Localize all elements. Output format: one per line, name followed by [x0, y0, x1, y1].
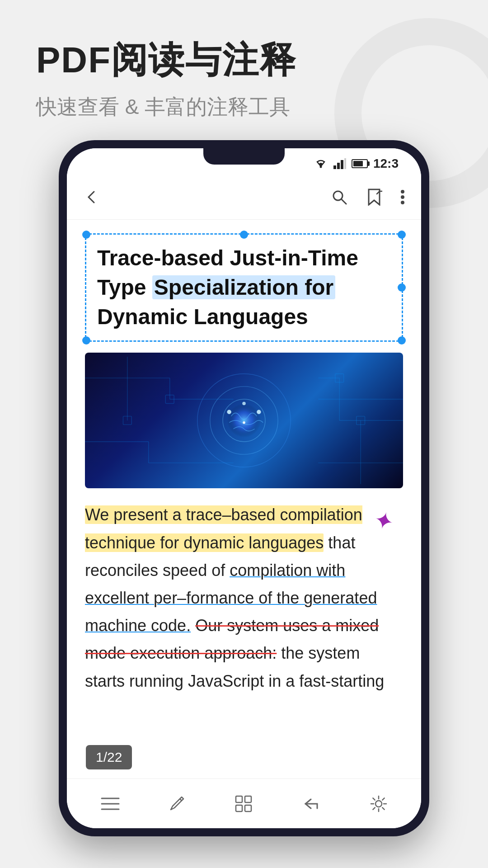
- handle-top-left[interactable]: [82, 231, 90, 239]
- main-title: PDF阅读与注释: [36, 36, 296, 85]
- wifi-icon: [314, 158, 328, 169]
- svg-point-36: [243, 421, 245, 424]
- header-section: PDF阅读与注释 快速查看 & 丰富的注释工具: [36, 36, 296, 121]
- svg-point-9: [401, 190, 404, 193]
- svg-line-40: [180, 799, 182, 801]
- svg-line-6: [342, 199, 346, 204]
- sub-title: 快速查看 & 丰富的注释工具: [36, 93, 296, 121]
- tech-image: [85, 353, 403, 488]
- more-button[interactable]: [400, 189, 405, 209]
- svg-point-10: [401, 195, 404, 199]
- svg-point-45: [375, 801, 382, 807]
- svg-point-32: [227, 404, 261, 438]
- phone-frame: 12:3: [59, 140, 429, 836]
- text-highlight-1: We present a trace–based compilation tec…: [85, 505, 362, 552]
- phone-screen: 12:3: [67, 148, 421, 828]
- nav-back[interactable]: [302, 796, 321, 812]
- svg-point-11: [401, 201, 404, 204]
- nav-grid[interactable]: [235, 795, 252, 812]
- page-indicator: 1/22: [86, 745, 132, 769]
- status-icons: 12:3: [314, 156, 399, 171]
- svg-rect-41: [236, 796, 242, 802]
- handle-top-mid[interactable]: [240, 231, 248, 239]
- svg-rect-3: [341, 160, 343, 169]
- pdf-content: Trace-based Just-in-Time Type Specializa…: [67, 220, 421, 778]
- battery-icon: [352, 159, 368, 168]
- bookmark-button[interactable]: [366, 189, 382, 210]
- highlight-specialization: Specialization for: [152, 275, 335, 299]
- handle-top-right[interactable]: [398, 231, 406, 239]
- annotation-star: ✦: [369, 499, 399, 543]
- svg-rect-4: [344, 158, 346, 169]
- svg-point-0: [319, 166, 322, 168]
- circuit-svg: [85, 353, 403, 488]
- svg-rect-2: [337, 163, 340, 169]
- pdf-body: ✦ We present a trace–based compilation t…: [85, 501, 403, 694]
- svg-rect-43: [236, 805, 242, 811]
- svg-point-33: [227, 410, 231, 414]
- handle-bottom-right[interactable]: [398, 336, 406, 344]
- nav-list[interactable]: [101, 796, 120, 812]
- nav-edit[interactable]: [169, 795, 185, 812]
- status-time: 12:3: [373, 156, 399, 171]
- svg-point-35: [257, 410, 261, 414]
- title-selection-box: Trace-based Just-in-Time Type Specializa…: [85, 233, 403, 342]
- toolbar-icons: [331, 189, 405, 210]
- svg-rect-42: [245, 796, 251, 802]
- toolbar: [67, 179, 421, 220]
- handle-bottom-left[interactable]: [82, 336, 90, 344]
- search-button[interactable]: [331, 189, 348, 210]
- svg-rect-44: [245, 805, 251, 811]
- signal-icon: [333, 158, 346, 169]
- svg-rect-1: [333, 165, 336, 169]
- nav-settings[interactable]: [370, 795, 387, 812]
- svg-point-34: [242, 402, 246, 406]
- phone-notch: [203, 148, 285, 165]
- back-button[interactable]: [83, 189, 99, 209]
- pdf-title: Trace-based Just-in-Time Type Specializa…: [97, 244, 391, 331]
- handle-mid-right[interactable]: [398, 283, 406, 292]
- bottom-nav: [67, 778, 421, 828]
